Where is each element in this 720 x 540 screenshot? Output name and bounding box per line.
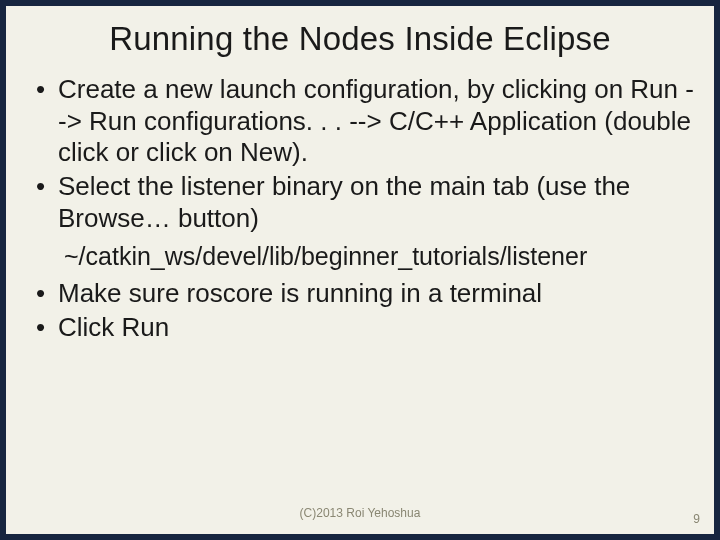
bullet-list-bottom: Make sure roscore is running in a termin…: [34, 278, 696, 343]
bullet-item: Make sure roscore is running in a termin…: [34, 278, 696, 310]
slide-content: Create a new launch configuration, by cl…: [34, 74, 696, 343]
code-path: ~/catkin_ws/devel/lib/beginner_tutorials…: [64, 241, 696, 272]
bullet-list-top: Create a new launch configuration, by cl…: [34, 74, 696, 235]
slide-title: Running the Nodes Inside Eclipse: [26, 20, 694, 58]
bullet-item: Click Run: [34, 312, 696, 344]
bullet-item: Create a new launch configuration, by cl…: [34, 74, 696, 169]
copyright-text: (C)2013 Roi Yehoshua: [6, 506, 714, 520]
slide-frame: Running the Nodes Inside Eclipse Create …: [6, 6, 714, 534]
bullet-item: Select the listener binary on the main t…: [34, 171, 696, 234]
page-number: 9: [693, 512, 700, 526]
slide-footer: (C)2013 Roi Yehoshua 9: [6, 506, 714, 526]
